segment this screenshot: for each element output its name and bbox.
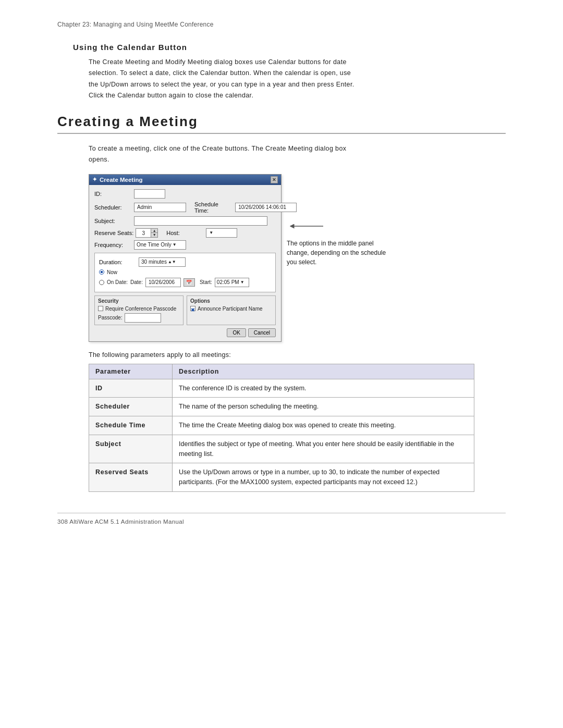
start-value: 02:05 PM — [217, 279, 239, 285]
announce-label: Announce Participant Name — [198, 306, 263, 312]
frequency-select[interactable]: One Time Only ▼ — [134, 240, 186, 250]
passcode-input[interactable] — [125, 313, 161, 323]
checkbox-check-icon: ✖ — [191, 307, 195, 313]
desc-col-header: Description — [173, 364, 474, 379]
dialog-button-row: OK Cancel — [94, 328, 276, 337]
start-time-arrow: ▼ — [240, 280, 244, 285]
dialog-titlebar: ✦ Create Meeting ✕ — [89, 175, 281, 185]
id-row: ID: — [94, 189, 276, 199]
host-select[interactable]: ▼ — [206, 228, 237, 238]
bottom-panels: Security Require Conference Passcode Pas… — [94, 295, 276, 325]
announce-row: ✖ Announce Participant Name — [190, 306, 272, 312]
id-label: ID: — [94, 191, 132, 197]
options-title: Options — [190, 298, 272, 304]
passcode-row: Passcode: — [98, 313, 180, 323]
date-label: Date: — [130, 279, 143, 285]
subject-row: Subject: — [94, 216, 276, 226]
section-title: Using the Calendar Button — [73, 43, 506, 52]
date-value: 10/26/2006 — [148, 279, 176, 285]
create-meeting-dialog: ✦ Create Meeting ✕ ID: Scheduler: Ad — [89, 174, 282, 342]
dialog-close-button[interactable]: ✕ — [271, 176, 278, 183]
require-passcode-row: Require Conference Passcode — [98, 306, 180, 312]
ok-button[interactable]: OK — [227, 328, 246, 337]
frequency-select-arrow: ▼ — [173, 242, 177, 247]
scheduler-value: Admin — [136, 204, 153, 210]
schedule-time-value: 10/26/2006 14:06:01 — [237, 204, 287, 210]
annotation-area: The options in the middle panel change, … — [287, 216, 391, 267]
table-row: SubjectIdentifies the subject or type of… — [89, 435, 474, 463]
now-radio-row: Now — [99, 269, 271, 275]
duration-select[interactable]: 30 minutes ▲▼ — [139, 257, 186, 267]
duration-row: Duration: 30 minutes ▲▼ — [99, 257, 271, 267]
on-date-row: On Date: Date: 10/26/2006 📅 Start: 02:05… — [99, 278, 271, 287]
param-cell: Subject — [89, 435, 173, 463]
table-row: SchedulerThe name of the person scheduli… — [89, 398, 474, 416]
announce-checkbox[interactable]: ✖ — [190, 306, 195, 311]
table-header-row: Parameter Description — [89, 364, 474, 379]
chapter-header: Chapter 23: Managing and Using MeetMe Co… — [57, 21, 506, 28]
cancel-button[interactable]: Cancel — [248, 328, 276, 337]
require-passcode-label: Require Conference Passcode — [105, 306, 176, 312]
param-cell: ID — [89, 379, 173, 398]
duration-label: Duration: — [99, 259, 137, 265]
schedule-time-label: Schedule Time: — [194, 201, 233, 214]
page-footer: 308 AltiWare ACM 5.1 Administration Manu… — [57, 513, 506, 525]
param-col-header: Parameter — [89, 364, 173, 379]
frequency-label: Frequency: — [94, 242, 132, 248]
schedule-time-col: Schedule Time: 10/26/2006 14:06:01 — [194, 201, 297, 214]
scheduler-input[interactable]: Admin — [134, 203, 186, 212]
desc-cell: The time the Create Meeting dialog box w… — [173, 416, 474, 435]
desc-cell: The name of the person scheduling the me… — [173, 398, 474, 416]
host-label: Host: — [166, 230, 204, 236]
now-radio[interactable] — [99, 269, 104, 275]
reserve-seats-label: Reserve Seats: — [94, 230, 133, 236]
calendar-button[interactable]: 📅 — [183, 278, 195, 287]
table-row: Reserved SeatsUse the Up/Down arrows or … — [89, 463, 474, 492]
dialog-content: ID: Scheduler: Admin Schedule Time: 10 — [89, 185, 281, 341]
desc-cell: Use the Up/Down arrows or type in a numb… — [173, 463, 474, 492]
duration-select-arrow: ▲▼ — [168, 260, 176, 264]
id-input[interactable] — [134, 189, 165, 199]
spinner-value: 3 — [136, 229, 151, 237]
desc-cell: The conference ID is created by the syst… — [173, 379, 474, 398]
security-panel: Security Require Conference Passcode Pas… — [94, 295, 183, 325]
dialog-title: Create Meeting — [100, 177, 142, 183]
table-row: IDThe conference ID is created by the sy… — [89, 379, 474, 398]
require-passcode-checkbox[interactable] — [98, 306, 103, 311]
annotation-arrow-svg — [287, 216, 328, 237]
desc-cell: Identifies the subject or type of meetin… — [173, 435, 474, 463]
on-date-radio[interactable] — [99, 280, 104, 285]
params-intro: The following parameters apply to all me… — [89, 351, 506, 359]
scheduler-row: Scheduler: Admin Schedule Time: 10/26/20… — [94, 201, 276, 214]
dialog-icon: ✦ — [92, 176, 97, 183]
subject-input[interactable] — [134, 216, 267, 226]
reserve-col: Reserve Seats: 3 ▲ ▼ — [94, 228, 158, 238]
intro-text: To create a meeting, click one of the Cr… — [89, 143, 506, 166]
middle-panel: Duration: 30 minutes ▲▼ Now On — [94, 253, 276, 292]
param-cell: Reserved Seats — [89, 463, 173, 492]
host-select-arrow: ▼ — [209, 230, 213, 235]
parameters-table: Parameter Description IDThe conference I… — [89, 364, 474, 492]
frequency-row: Frequency: One Time Only ▼ — [94, 240, 276, 250]
passcode-label: Passcode: — [98, 315, 123, 320]
now-label: Now — [107, 269, 117, 275]
reserve-seats-spinner[interactable]: 3 ▲ ▼ — [136, 228, 158, 238]
subject-label: Subject: — [94, 218, 132, 224]
main-section-title: Creating a Meeting — [57, 114, 506, 134]
spinner-up-button[interactable]: ▲ — [151, 229, 157, 233]
scheduler-col: Scheduler: Admin — [94, 203, 186, 212]
security-title: Security — [98, 298, 180, 304]
dialog-titlebar-left: ✦ Create Meeting — [92, 176, 142, 183]
param-cell: Schedule Time — [89, 416, 173, 435]
date-input[interactable]: 10/26/2006 — [145, 278, 181, 287]
on-date-label: On Date: — [107, 279, 128, 285]
schedule-time-input: 10/26/2006 14:06:01 — [235, 203, 297, 212]
dialog-area: ✦ Create Meeting ✕ ID: Scheduler: Ad — [89, 174, 506, 342]
start-label: Start: — [200, 279, 212, 285]
options-panel: Options ✖ Announce Participant Name — [187, 295, 276, 325]
spinner-buttons[interactable]: ▲ ▼ — [151, 229, 157, 237]
table-row: Schedule TimeThe time the Create Meeting… — [89, 416, 474, 435]
spinner-down-button[interactable]: ▼ — [151, 233, 157, 237]
start-time-select[interactable]: 02:05 PM ▼ — [215, 278, 249, 287]
annotation-text: The options in the middle panel change, … — [287, 239, 391, 267]
